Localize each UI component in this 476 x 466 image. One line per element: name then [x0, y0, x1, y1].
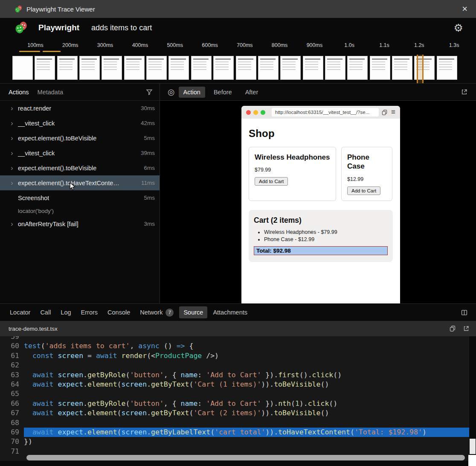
add-to-cart-button[interactable]: Add to Cart — [255, 177, 288, 186]
action-item[interactable]: ›expect.element().toBeVisible5ms — [0, 131, 160, 146]
code-token: 'cart total' — [215, 428, 265, 436]
timeline[interactable]: 100ms200ms300ms400ms500ms600ms700ms800ms… — [0, 38, 476, 84]
timeline-thumbnail[interactable] — [102, 56, 122, 80]
tab-actions[interactable]: Actions — [9, 89, 29, 96]
timeline-thumbnail[interactable] — [236, 56, 256, 80]
copy-source-icon[interactable] — [450, 326, 456, 332]
snapshot-tab-action[interactable]: Action — [179, 87, 205, 98]
code-line: 60test('adds items to cart', async () =>… — [0, 341, 469, 351]
expand-chevron-icon[interactable]: › — [9, 149, 15, 157]
action-item[interactable]: ›onAfterRetryTask [fail]3ms — [0, 216, 160, 231]
code-token: name — [181, 399, 198, 408]
tab-metadata[interactable]: Metadata — [38, 89, 63, 96]
code-line: 69 await expect.element(screen.getByLabe… — [0, 428, 469, 437]
timeline-thumbnail[interactable] — [437, 56, 457, 80]
code-token: ( — [210, 428, 215, 436]
split-view-icon[interactable] — [461, 309, 467, 316]
expand-chevron-icon[interactable]: › — [9, 164, 15, 172]
filter-icon[interactable] — [146, 89, 153, 96]
horizontal-scrollbar-thumb[interactable] — [26, 455, 465, 460]
expand-chevron-icon[interactable]: › — [9, 119, 15, 127]
timeline-thumbnail[interactable] — [325, 56, 345, 80]
timeline-thumbnail[interactable] — [258, 56, 279, 80]
code-token: 'Cart (2 items)' — [193, 409, 261, 417]
line-number: 66 — [0, 399, 24, 408]
timeline-thumbnail[interactable] — [303, 56, 323, 80]
code-token: : — [197, 399, 206, 408]
bottom-tabbar: LocatorCallLogErrorsConsoleNetwork7Sourc… — [0, 304, 476, 321]
bottom-panel: LocatorCallLogErrorsConsoleNetwork7Sourc… — [0, 304, 476, 466]
action-item[interactable]: ›expect.element().toBeVisible6ms — [0, 160, 160, 175]
line-number: 59 — [0, 336, 24, 341]
code-line: 66 await screen.getByRole('button', { na… — [0, 399, 469, 408]
timeline-thumbnail[interactable] — [35, 56, 55, 80]
timeline-thumbnail[interactable] — [57, 56, 78, 80]
timeline-thumbnail[interactable] — [191, 56, 212, 80]
line-number: 70 — [0, 437, 24, 446]
timeline-thumbnail[interactable] — [213, 56, 234, 80]
settings-gear-icon[interactable]: ⚙ — [454, 22, 463, 34]
action-item[interactable]: ›expect.element().toHaveTextConte…11ms — [0, 175, 160, 190]
address-bar[interactable]: http://localhost:63315/__vitest_test__/?… — [272, 108, 379, 116]
timeline-tick-label: 300ms — [97, 42, 113, 48]
expand-chevron-icon[interactable]: › — [9, 134, 15, 142]
code-token: , — [130, 342, 138, 350]
snapshot-page: Shop Wireless Headphones$79.99Add to Car… — [241, 119, 400, 262]
actions-panel: Actions Metadata ›react.render30ms›__vit… — [0, 84, 160, 303]
bottom-tab-network[interactable]: Network7 — [136, 306, 178, 319]
bottom-tab-errors[interactable]: Errors — [77, 306, 102, 318]
action-item[interactable]: Screenshot5ms — [0, 190, 160, 205]
code-token: getByText — [151, 380, 189, 388]
snapshot-tab-after[interactable]: After — [241, 87, 263, 98]
browser-maximize-dot — [261, 110, 265, 115]
code-token: (< — [147, 352, 155, 360]
browser-chrome: http://localhost:63315/__vitest_test__/?… — [241, 106, 400, 119]
code-line: 62 — [0, 361, 469, 370]
action-item[interactable]: ›__vitest_click42ms — [0, 116, 160, 131]
expand-chevron-icon[interactable]: › — [9, 105, 15, 112]
snapshot-tab-before[interactable]: Before — [209, 87, 237, 98]
code-token: nth — [278, 399, 291, 408]
expand-chevron-icon[interactable]: › — [9, 179, 15, 187]
code-token: screen — [58, 352, 83, 360]
timeline-thumbnail[interactable] — [168, 56, 189, 80]
pick-locator-icon[interactable]: ◎ — [168, 87, 175, 97]
bottom-tab-call[interactable]: Call — [36, 306, 55, 318]
action-item[interactable]: ›__vitest_click39ms — [0, 146, 160, 160]
bottom-tab-locator[interactable]: Locator — [6, 306, 35, 318]
timeline-thumbnail[interactable] — [392, 56, 412, 80]
action-label: expect.element().toBeVisible — [18, 135, 96, 142]
open-snapshot-external-icon[interactable] — [461, 89, 467, 95]
product-name: Wireless Headphones — [255, 153, 330, 162]
open-source-external-icon[interactable] — [463, 326, 469, 332]
timeline-selection-marker[interactable] — [417, 55, 424, 83]
browser-close-dot — [246, 110, 251, 115]
bottom-tab-log[interactable]: Log — [56, 306, 75, 318]
code-text: await expect.element(screen.getByText('C… — [24, 408, 469, 418]
code-token: 'Total: $192.98' — [354, 428, 422, 436]
expand-chevron-icon[interactable]: › — [9, 220, 15, 228]
vertical-scrollbar-thumb[interactable] — [470, 439, 476, 454]
code-token: ( — [350, 428, 354, 436]
timeline-thumbnail[interactable] — [347, 56, 368, 80]
line-number: 69 — [0, 428, 24, 437]
timeline-thumbnail[interactable] — [79, 56, 100, 80]
code-line: 61 const screen = await render(<ProductP… — [0, 351, 469, 361]
line-number: 60 — [0, 341, 24, 351]
timeline-thumbnail[interactable] — [370, 56, 390, 80]
bottom-tab-attachments[interactable]: Attachments — [209, 306, 252, 318]
add-to-cart-button[interactable]: Add to Cart — [347, 186, 380, 195]
timeline-thumbnail[interactable] — [280, 56, 301, 80]
copy-url-icon[interactable] — [382, 110, 387, 115]
timeline-thumbnail[interactable] — [146, 56, 167, 80]
timeline-thumbnail[interactable] — [124, 56, 145, 80]
close-icon[interactable]: × — [462, 4, 467, 14]
bottom-tab-console[interactable]: Console — [103, 306, 134, 318]
code-line: 64 await expect.element(screen.getByText… — [0, 380, 469, 389]
action-item[interactable]: ›react.render30ms — [0, 101, 160, 116]
timeline-thumbnail[interactable] — [12, 56, 33, 80]
bottom-tab-source[interactable]: Source — [179, 306, 207, 318]
code-text: const screen = await render(<ProductPage… — [24, 351, 469, 361]
code-token: expect — [58, 409, 83, 417]
action-duration: 3ms — [140, 221, 155, 227]
